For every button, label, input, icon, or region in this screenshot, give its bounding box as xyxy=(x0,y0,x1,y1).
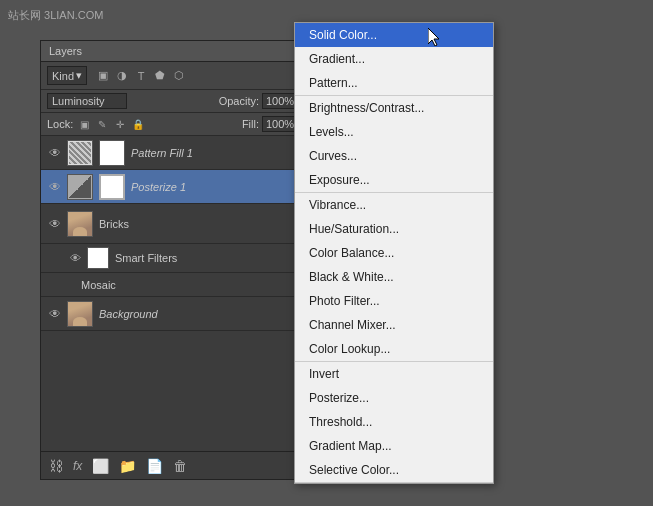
fx-icon[interactable]: fx xyxy=(73,459,82,473)
kind-filter-icons: ▣ ◑ T ⬟ ⬡ xyxy=(95,68,187,84)
add-mask-icon[interactable]: ⬜ xyxy=(92,458,109,474)
eye-icon-pattern-fill[interactable]: 👁 xyxy=(47,145,63,161)
menu-item-color-balance[interactable]: Color Balance... xyxy=(295,241,493,265)
menu-section-tone: Brightness/Contrast... Levels... Curves.… xyxy=(295,96,493,193)
lock-all-icon[interactable]: 🔒 xyxy=(131,117,145,131)
menu-item-posterize[interactable]: Posterize... xyxy=(295,386,493,410)
blend-mode-value: Luminosity xyxy=(52,95,105,107)
menu-item-invert[interactable]: Invert xyxy=(295,362,493,386)
blend-opacity-bar: Luminosity Opacity: 100% xyxy=(41,90,304,113)
new-group-icon[interactable]: 📁 xyxy=(119,458,136,474)
layers-panel: Layers Kind ▾ ▣ ◑ T ⬟ ⬡ Luminosity Opaci… xyxy=(40,40,305,480)
menu-item-gradient[interactable]: Gradient... xyxy=(295,47,493,71)
layers-bottom-bar: ⛓ fx ⬜ 📁 📄 🗑 xyxy=(41,451,304,479)
menu-item-hue-saturation[interactable]: Hue/Saturation... xyxy=(295,217,493,241)
menu-item-black-white[interactable]: Black & White... xyxy=(295,265,493,289)
eye-icon-background[interactable]: 👁 xyxy=(47,306,63,322)
dropdown-menu: Solid Color... Gradient... Pattern... Br… xyxy=(294,22,494,484)
watermark: 站长网 3LIAN.COM xyxy=(8,8,103,23)
layers-list: 👁 Pattern Fill 1 👁 Posterize 1 👁 Bricks xyxy=(41,136,304,331)
menu-item-threshold[interactable]: Threshold... xyxy=(295,410,493,434)
smart-filter-label-text: Smart Filters xyxy=(115,252,177,264)
kind-label: Kind xyxy=(52,70,74,82)
lock-transparent-icon[interactable]: ▣ xyxy=(77,117,91,131)
layers-panel-title: Layers xyxy=(49,45,82,57)
posterize-thumb xyxy=(69,176,91,198)
opacity-section: Opacity: 100% xyxy=(219,93,298,109)
new-layer-icon[interactable]: 📄 xyxy=(146,458,163,474)
lock-label: Lock: xyxy=(47,118,73,130)
opacity-input[interactable]: 100% xyxy=(262,93,298,109)
menu-item-gradient-map[interactable]: Gradient Map... xyxy=(295,434,493,458)
layer-item-posterize[interactable]: 👁 Posterize 1 xyxy=(41,170,304,204)
pattern-thumb xyxy=(69,142,91,164)
delete-layer-icon[interactable]: 🗑 xyxy=(173,458,187,474)
background-photo-thumb xyxy=(68,301,92,327)
menu-item-exposure[interactable]: Exposure... xyxy=(295,168,493,192)
mosaic-row: Mosaic xyxy=(41,273,304,297)
shape-filter-icon[interactable]: ⬟ xyxy=(152,68,168,84)
eye-icon-bricks[interactable]: 👁 xyxy=(47,216,63,232)
menu-item-channel-mixer[interactable]: Channel Mixer... xyxy=(295,313,493,337)
layer-mask-pattern-fill xyxy=(99,140,125,166)
menu-item-photo-filter[interactable]: Photo Filter... xyxy=(295,289,493,313)
eye-icon-smart-filters[interactable]: 👁 xyxy=(67,250,83,266)
layers-panel-header: Layers xyxy=(41,41,304,62)
layer-thumb-pattern-fill xyxy=(67,140,93,166)
lock-fill-bar: Lock: ▣ ✎ ✛ 🔒 Fill: 100% xyxy=(41,113,304,136)
opacity-value: 100% xyxy=(266,95,294,107)
fill-value: 100% xyxy=(266,118,294,130)
layer-name-bricks: Bricks xyxy=(99,218,129,230)
smart-filters-row: 👁 Smart Filters xyxy=(41,244,304,273)
fill-section: Fill: 100% xyxy=(242,116,298,132)
mosaic-label-text: Mosaic xyxy=(81,279,116,291)
lock-brush-icon[interactable]: ✎ xyxy=(95,117,109,131)
layer-thumb-bricks xyxy=(67,211,93,237)
link-icon[interactable]: ⛓ xyxy=(49,458,63,474)
layer-name-background: Background xyxy=(99,308,158,320)
smart-filter-icon[interactable]: ⬡ xyxy=(171,68,187,84)
lock-icons: ▣ ✎ ✛ 🔒 xyxy=(77,117,145,131)
menu-item-brightness-contrast[interactable]: Brightness/Contrast... xyxy=(295,96,493,120)
fill-input[interactable]: 100% xyxy=(262,116,298,132)
pixel-filter-icon[interactable]: ▣ xyxy=(95,68,111,84)
smart-filter-thumb xyxy=(87,247,109,269)
fill-label: Fill: xyxy=(242,118,259,130)
layer-item-background[interactable]: 👁 Background xyxy=(41,297,304,331)
menu-item-pattern[interactable]: Pattern... xyxy=(295,71,493,95)
layer-item-bricks[interactable]: 👁 Bricks xyxy=(41,204,304,244)
blend-mode-dropdown[interactable]: Luminosity xyxy=(47,93,127,109)
opacity-label: Opacity: xyxy=(219,95,259,107)
menu-item-selective-color[interactable]: Selective Color... xyxy=(295,458,493,482)
bricks-photo-thumb xyxy=(68,211,92,237)
menu-item-levels[interactable]: Levels... xyxy=(295,120,493,144)
kind-toolbar: Kind ▾ ▣ ◑ T ⬟ ⬡ xyxy=(41,62,304,90)
eye-icon-posterize[interactable]: 👁 xyxy=(47,179,63,195)
menu-section-fill: Solid Color... Gradient... Pattern... xyxy=(295,23,493,96)
lock-move-icon[interactable]: ✛ xyxy=(113,117,127,131)
layer-mask-posterize xyxy=(99,174,125,200)
menu-item-vibrance[interactable]: Vibrance... xyxy=(295,193,493,217)
menu-section-other: Invert Posterize... Threshold... Gradien… xyxy=(295,362,493,483)
menu-section-color: Vibrance... Hue/Saturation... Color Bala… xyxy=(295,193,493,362)
adjustment-filter-icon[interactable]: ◑ xyxy=(114,68,130,84)
layer-thumb-posterize xyxy=(67,174,93,200)
menu-item-color-lookup[interactable]: Color Lookup... xyxy=(295,337,493,361)
layer-item-pattern-fill[interactable]: 👁 Pattern Fill 1 xyxy=(41,136,304,170)
layer-thumb-background xyxy=(67,301,93,327)
type-filter-icon[interactable]: T xyxy=(133,68,149,84)
menu-item-solid-color[interactable]: Solid Color... xyxy=(295,23,493,47)
layer-name-posterize: Posterize 1 xyxy=(131,181,186,193)
menu-item-curves[interactable]: Curves... xyxy=(295,144,493,168)
kind-dropdown[interactable]: Kind ▾ xyxy=(47,66,87,85)
layer-name-pattern-fill: Pattern Fill 1 xyxy=(131,147,193,159)
kind-chevron-icon: ▾ xyxy=(76,69,82,82)
